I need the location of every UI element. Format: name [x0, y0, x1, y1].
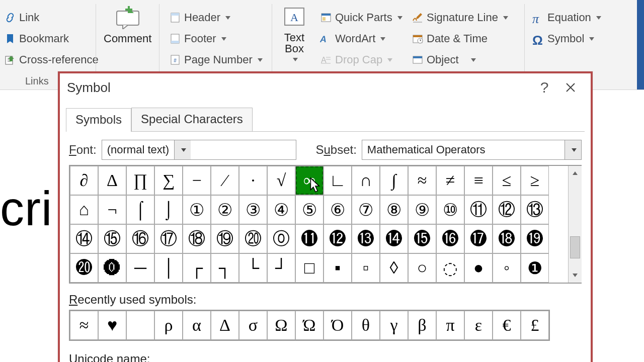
quickparts-button[interactable]: Quick Parts	[320, 11, 403, 24]
help-button[interactable]: ?	[531, 73, 557, 102]
recent-symbol-cell[interactable]: €	[493, 311, 521, 340]
symbol-cell[interactable]: ⓭	[352, 224, 380, 253]
symbol-cell[interactable]: ⑩	[436, 195, 464, 224]
symbol-cell[interactable]: ⌂	[70, 195, 98, 224]
symbol-cell[interactable]: ⑱	[183, 224, 211, 253]
symbol-cell[interactable]: ∫	[380, 166, 408, 195]
symbol-cell[interactable]: ⓱	[464, 224, 493, 253]
symbol-cell[interactable]: ●	[464, 253, 493, 283]
sigline-button[interactable]: Signature Line	[412, 11, 508, 24]
subset-combo-button[interactable]	[565, 140, 581, 159]
symbol-cell[interactable]: ⑧	[380, 195, 408, 224]
symbol-cell[interactable]: ∑	[154, 166, 183, 195]
symbol-cell[interactable]: ≥	[521, 166, 549, 195]
comment-button[interactable]: Comment	[104, 6, 151, 45]
symbol-cell[interactable]: ⌠	[126, 195, 154, 224]
symbol-cell[interactable]: ⓬	[324, 224, 352, 253]
symbol-cell[interactable]: ∙	[239, 166, 267, 195]
symbol-cell[interactable]: ⑯	[126, 224, 154, 253]
grid-scrollbar[interactable]	[568, 166, 582, 283]
symbol-cell[interactable]: ◦	[493, 253, 521, 283]
symbol-cell[interactable]: ⑨	[408, 195, 436, 224]
symbol-cell[interactable]: ⓿	[98, 253, 126, 283]
close-button[interactable]	[557, 73, 584, 102]
recent-symbol-cell[interactable]	[126, 311, 154, 340]
bookmark-button[interactable]: Bookmark	[4, 32, 69, 45]
symbol-cell[interactable]: √	[267, 166, 295, 195]
wordart-button[interactable]: A WordArt	[320, 32, 385, 45]
datetime-button[interactable]: Date & Time	[412, 32, 488, 45]
symbol-cell[interactable]: ❶	[521, 253, 549, 283]
symbol-cell[interactable]: ◌	[436, 253, 464, 283]
recent-symbol-cell[interactable]: α	[183, 311, 211, 340]
symbol-cell[interactable]: ⓲	[493, 224, 521, 253]
recent-symbol-cell[interactable]: ♥	[98, 311, 126, 340]
recent-symbol-cell[interactable]: Ω	[267, 311, 295, 340]
recent-symbol-cell[interactable]: ≈	[70, 311, 98, 340]
symbol-cell[interactable]: ∏	[126, 166, 154, 195]
symbol-cell[interactable]: ⓴	[70, 253, 98, 283]
recent-symbol-cell[interactable]: σ	[239, 311, 267, 340]
scroll-thumb[interactable]	[570, 236, 580, 258]
footer-button[interactable]: Footer	[169, 32, 226, 45]
pagenum-button[interactable]: # Page Number	[169, 53, 263, 66]
symbol-cell[interactable]: ⓯	[408, 224, 436, 253]
symbol-cell[interactable]: ¬	[98, 195, 126, 224]
symbol-cell[interactable]: ∕	[211, 166, 239, 195]
symbol-cell[interactable]: ⑪	[464, 195, 493, 224]
recent-symbol-cell[interactable]: θ	[352, 311, 380, 340]
symbol-cell[interactable]: ∩	[352, 166, 380, 195]
recent-symbol-cell[interactable]: γ	[380, 311, 408, 340]
symbol-cell[interactable]: ∟	[324, 166, 352, 195]
symbol-cell[interactable]: ⓫	[295, 224, 324, 253]
recent-symbol-cell[interactable]: Δ	[211, 311, 239, 340]
symbol-cell[interactable]: ⑤	[295, 195, 324, 224]
symbol-cell[interactable]: ◊	[380, 253, 408, 283]
symbol-cell[interactable]: ○	[408, 253, 436, 283]
symbol-cell[interactable]: ①	[183, 195, 211, 224]
symbol-cell[interactable]: ⑭	[70, 224, 98, 253]
subset-combo[interactable]: Mathematical Operators	[362, 140, 582, 160]
symbol-cell[interactable]: ⓳	[521, 224, 549, 253]
recent-symbol-cell[interactable]: £	[521, 311, 549, 340]
symbol-cell[interactable]: ∂	[70, 166, 98, 195]
symbol-cell[interactable]: ③	[239, 195, 267, 224]
link-button[interactable]: Link	[4, 11, 39, 24]
recent-symbol-cell[interactable]: β	[408, 311, 436, 340]
recent-symbol-cell[interactable]: π	[436, 311, 464, 340]
symbol-cell-selected[interactable]: ∞	[295, 166, 324, 195]
symbol-cell[interactable]: ⓮	[380, 224, 408, 253]
header-button[interactable]: Header	[169, 11, 230, 24]
recent-symbol-cell[interactable]: ε	[464, 311, 493, 340]
symbol-cell[interactable]: ④	[267, 195, 295, 224]
symbol-cell[interactable]: ┘	[267, 253, 295, 283]
symbol-cell[interactable]: ▫	[352, 253, 380, 283]
tab-symbols[interactable]: Symbols	[66, 108, 131, 132]
scroll-down-button[interactable]	[569, 268, 582, 283]
symbol-cell[interactable]: ⑰	[154, 224, 183, 253]
symbol-cell[interactable]: ▪	[324, 253, 352, 283]
symbol-cell[interactable]: ≤	[493, 166, 521, 195]
symbol-cell[interactable]: ≡	[464, 166, 493, 195]
scroll-up-button[interactable]	[569, 166, 582, 180]
symbol-cell[interactable]: ⌡	[154, 195, 183, 224]
recent-symbol-cell[interactable]: Ό	[324, 311, 352, 340]
symbol-cell[interactable]: −	[183, 166, 211, 195]
recent-symbol-cell[interactable]: Ώ	[295, 311, 324, 340]
symbol-cell[interactable]: ─	[126, 253, 154, 283]
symbol-cell[interactable]: ⑬	[521, 195, 549, 224]
font-combo[interactable]: (normal text)	[102, 140, 297, 160]
symbol-button[interactable]: Ω Symbol	[532, 32, 594, 45]
symbol-cell[interactable]: ⑥	[324, 195, 352, 224]
symbol-cell[interactable]: ┌	[183, 253, 211, 283]
symbol-cell[interactable]: Δ	[98, 166, 126, 195]
symbol-cell[interactable]: ⑫	[493, 195, 521, 224]
symbol-cell[interactable]: ⑦	[352, 195, 380, 224]
equation-button[interactable]: π Equation	[532, 11, 601, 24]
symbol-cell[interactable]: ⑳	[239, 224, 267, 253]
crossref-button[interactable]: Cross-reference	[4, 53, 99, 66]
symbol-cell[interactable]: ┐	[211, 253, 239, 283]
symbol-cell[interactable]: ⑮	[98, 224, 126, 253]
tab-special-characters[interactable]: Special Characters	[131, 108, 253, 131]
symbol-cell[interactable]: □	[295, 253, 324, 283]
